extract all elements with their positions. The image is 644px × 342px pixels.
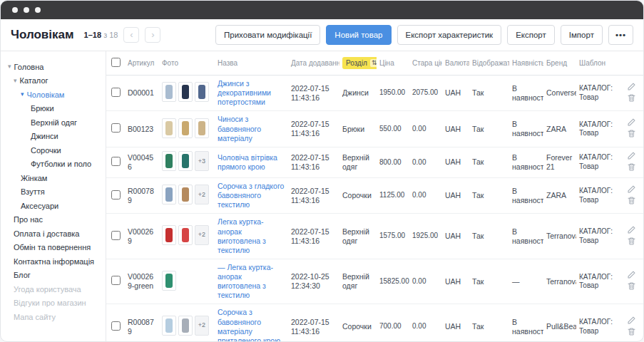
sidebar-item[interactable]: Брюки — [1, 102, 106, 116]
more-photos-badge[interactable]: +2 — [195, 225, 209, 245]
col-header-price[interactable]: Ціна — [377, 51, 409, 76]
row-checkbox[interactable] — [111, 190, 121, 200]
more-actions-button[interactable]: ••• — [608, 25, 633, 45]
table-row[interactable]: V000456 +3 Чоловіча вітрівка прямого кро… — [106, 147, 643, 177]
edit-icon[interactable] — [627, 118, 636, 127]
delete-icon[interactable] — [627, 281, 636, 291]
product-name-link[interactable]: Сорочка з бавовняного матеріалу притален… — [218, 308, 280, 341]
col-header-currency[interactable]: Валюта — [442, 51, 469, 76]
table-row[interactable]: R000879 +2 Сорочка з бавовняного матеріа… — [106, 304, 643, 341]
sidebar-item[interactable]: Угода користувача — [1, 282, 106, 296]
product-photo[interactable] — [162, 316, 176, 336]
export-button[interactable]: Експорт — [507, 25, 555, 45]
sidebar-item[interactable]: Джинси — [1, 130, 106, 144]
sidebar-item[interactable]: Обмін та повернення — [1, 241, 106, 255]
product-photo[interactable] — [162, 151, 176, 171]
sidebar-item[interactable]: Оплата і доставка — [1, 227, 106, 241]
product-name-link[interactable]: Джинси з декоративними потертостями — [218, 79, 271, 106]
table-row[interactable]: R000789 +2 Сорочка з гладкого бавовняног… — [106, 178, 643, 214]
window-close-button[interactable] — [12, 7, 18, 13]
window-maximize-button[interactable] — [35, 7, 41, 13]
edit-icon[interactable] — [627, 185, 636, 194]
product-photo[interactable] — [162, 271, 176, 291]
sidebar-item[interactable]: Блог — [1, 269, 106, 283]
sidebar-item[interactable]: Верхній одяг — [1, 115, 106, 130]
product-photo[interactable] — [195, 118, 209, 138]
import-button[interactable]: Імпорт — [561, 25, 603, 45]
edit-icon[interactable] — [627, 82, 636, 91]
product-photo[interactable] — [162, 82, 176, 102]
next-page-button[interactable]: › — [145, 27, 160, 43]
sidebar-item[interactable]: ▾Чоловікам — [1, 88, 106, 102]
product-photo[interactable] — [162, 225, 176, 245]
more-photos-badge[interactable]: +2 — [195, 185, 209, 204]
product-photo[interactable] — [178, 118, 193, 138]
delete-icon[interactable] — [627, 93, 636, 103]
window-minimize-button[interactable] — [24, 7, 29, 13]
edit-icon[interactable] — [627, 225, 636, 234]
row-checkbox[interactable] — [111, 321, 121, 331]
product-photo[interactable] — [178, 316, 193, 336]
sidebar-item[interactable]: Мапа сайту — [1, 310, 106, 324]
col-header-brand[interactable]: Бренд — [543, 51, 576, 76]
table-row[interactable]: D00001 Джинси з декоративними потертостя… — [106, 76, 643, 111]
new-product-button[interactable]: Новий товар — [326, 25, 391, 45]
table-row[interactable]: V000269 +2 Легка куртка-анорак виготовле… — [106, 214, 643, 259]
hide-modifications-button[interactable]: Приховати модифікації — [215, 25, 320, 45]
delete-icon[interactable] — [627, 327, 636, 336]
product-photo[interactable] — [178, 151, 193, 171]
sidebar-item[interactable]: Відгуки про магазин — [1, 296, 106, 311]
sidebar-item[interactable]: Аксесуари — [1, 199, 106, 213]
sidebar-item[interactable]: Контактна інформація — [1, 254, 106, 269]
col-header-sku[interactable]: Артикул — [125, 51, 159, 76]
product-name-link[interactable]: Легка куртка-анорак виготовлена з тексти… — [218, 217, 266, 254]
col-header-display[interactable]: Відображати — [469, 51, 509, 76]
edit-icon[interactable] — [627, 270, 636, 279]
col-header-category[interactable]: Розділ⇅ — [339, 51, 377, 76]
col-header-template[interactable]: Шаблон — [576, 51, 615, 76]
prev-page-button[interactable]: ‹ — [123, 27, 139, 43]
sidebar-item[interactable]: ▾Каталог — [1, 74, 106, 88]
edit-icon[interactable] — [627, 151, 636, 160]
product-name-link[interactable]: — Легка куртка-анорак виготовлена з текс… — [218, 263, 273, 299]
select-all-checkbox[interactable] — [111, 58, 121, 67]
product-name-link[interactable]: Чоловіча вітрівка прямого крою — [218, 153, 277, 171]
row-checkbox[interactable] — [111, 123, 121, 133]
delete-icon[interactable] — [627, 196, 636, 205]
product-name-link[interactable]: Чиноси з бавовняного матеріалу — [218, 115, 261, 142]
row-checkbox[interactable] — [111, 276, 121, 285]
edit-icon[interactable] — [627, 316, 636, 325]
more-photos-badge[interactable]: +3 — [195, 151, 209, 171]
row-checkbox[interactable] — [111, 88, 121, 97]
chevron-down-icon[interactable]: ▾ — [14, 78, 17, 84]
table-row[interactable]: B00123 Чиноси з бавовняного матеріалу 20… — [106, 111, 643, 147]
product-photo[interactable] — [178, 225, 193, 245]
sidebar-item[interactable]: Взуття — [1, 185, 106, 200]
sidebar-item[interactable]: Про нас — [1, 213, 106, 227]
row-checkbox[interactable] — [111, 157, 121, 166]
product-photo[interactable] — [178, 82, 193, 102]
table-row[interactable]: V000269-green — Легка куртка-анорак виго… — [106, 259, 643, 304]
sidebar-item[interactable]: ▾Головна — [1, 60, 106, 74]
product-photo[interactable] — [195, 82, 209, 102]
col-header-photo[interactable]: Фото — [159, 51, 215, 76]
sidebar-item[interactable]: Сорочки — [1, 143, 106, 157]
row-checkbox[interactable] — [111, 231, 121, 240]
product-photo[interactable] — [178, 185, 193, 204]
col-header-old-price[interactable]: Стара ціна — [409, 51, 442, 76]
col-header-name[interactable]: Назва — [215, 51, 288, 76]
delete-icon[interactable] — [627, 237, 636, 246]
sort-icon[interactable]: ⇅ — [370, 59, 377, 67]
product-name-link[interactable]: Сорочка з гладкого бавовняного текстилю — [218, 182, 284, 209]
more-photos-badge[interactable]: +2 — [195, 316, 209, 336]
export-characteristics-button[interactable]: Експорт характеристик — [397, 25, 502, 45]
product-photo[interactable] — [162, 118, 176, 138]
product-photo[interactable] — [162, 185, 176, 204]
delete-icon[interactable] — [627, 162, 636, 172]
chevron-down-icon[interactable]: ▾ — [21, 91, 24, 98]
delete-icon[interactable] — [627, 129, 636, 138]
chevron-down-icon[interactable]: ▾ — [8, 63, 11, 70]
col-header-availability[interactable]: Наявність — [509, 51, 543, 76]
col-header-date-added[interactable]: Дата додавання — [288, 51, 339, 76]
sidebar-item[interactable]: Футболки и поло — [1, 157, 106, 172]
